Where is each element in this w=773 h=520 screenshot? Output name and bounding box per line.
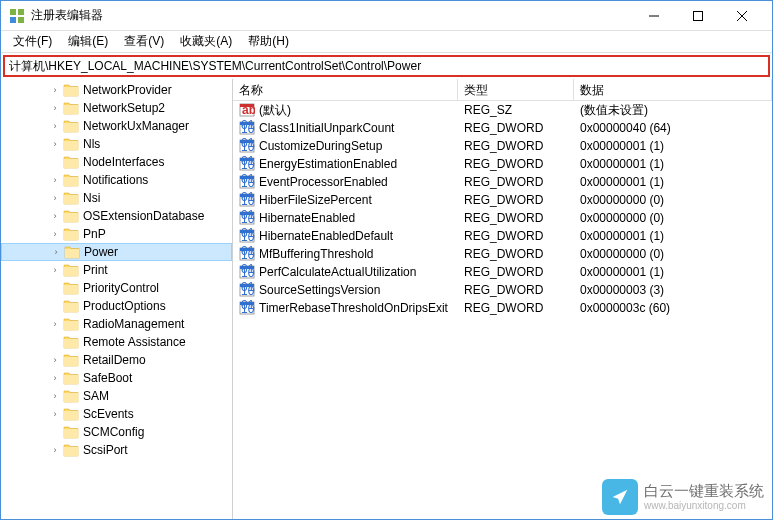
value-name: HibernateEnabled bbox=[259, 211, 355, 225]
tree-item-nsi[interactable]: ›Nsi bbox=[1, 189, 232, 207]
value-name: CustomizeDuringSetup bbox=[259, 139, 382, 153]
value-row[interactable]: HibernateEnabledREG_DWORD0x00000000 (0) bbox=[233, 209, 772, 227]
tree-item-sam[interactable]: ›SAM bbox=[1, 387, 232, 405]
value-name: HibernateEnabledDefault bbox=[259, 229, 393, 243]
folder-icon bbox=[63, 281, 79, 295]
column-name[interactable]: 名称 bbox=[233, 79, 458, 100]
tree-item-label: RetailDemo bbox=[83, 353, 146, 367]
menu-view[interactable]: 查看(V) bbox=[116, 31, 172, 52]
value-row[interactable]: TimerRebaseThresholdOnDripsExitREG_DWORD… bbox=[233, 299, 772, 317]
value-type: REG_DWORD bbox=[458, 229, 574, 243]
value-row[interactable]: EnergyEstimationEnabledREG_DWORD0x000000… bbox=[233, 155, 772, 173]
tree-item-label: Power bbox=[84, 245, 118, 259]
tree-item-pnp[interactable]: ›PnP bbox=[1, 225, 232, 243]
tree-item-label: PnP bbox=[83, 227, 106, 241]
maximize-button[interactable] bbox=[676, 2, 720, 30]
tree-item-prioritycontrol[interactable]: PriorityControl bbox=[1, 279, 232, 297]
menu-help[interactable]: 帮助(H) bbox=[240, 31, 297, 52]
expand-arrow-icon[interactable]: › bbox=[49, 175, 61, 185]
value-type: REG_DWORD bbox=[458, 139, 574, 153]
tree-item-osextensiondatabase[interactable]: ›OSExtensionDatabase bbox=[1, 207, 232, 225]
value-row[interactable]: MfBufferingThresholdREG_DWORD0x00000000 … bbox=[233, 245, 772, 263]
tree-item-label: OSExtensionDatabase bbox=[83, 209, 204, 223]
expand-arrow-icon[interactable]: › bbox=[49, 355, 61, 365]
value-row[interactable]: (默认)REG_SZ(数值未设置) bbox=[233, 101, 772, 119]
value-row[interactable]: HibernateEnabledDefaultREG_DWORD0x000000… bbox=[233, 227, 772, 245]
value-row[interactable]: HiberFileSizePercentREG_DWORD0x00000000 … bbox=[233, 191, 772, 209]
value-row[interactable]: PerfCalculateActualUtilizationREG_DWORD0… bbox=[233, 263, 772, 281]
tree-item-nls[interactable]: ›Nls bbox=[1, 135, 232, 153]
value-data: 0x00000003 (3) bbox=[574, 283, 772, 297]
tree-item-networksetup2[interactable]: ›NetworkSetup2 bbox=[1, 99, 232, 117]
expand-arrow-icon[interactable]: › bbox=[49, 265, 61, 275]
tree-item-scmconfig[interactable]: SCMConfig bbox=[1, 423, 232, 441]
column-type[interactable]: 类型 bbox=[458, 79, 574, 100]
tree-item-radiomanagement[interactable]: ›RadioManagement bbox=[1, 315, 232, 333]
tree-item-safeboot[interactable]: ›SafeBoot bbox=[1, 369, 232, 387]
tree-item-networkuxmanager[interactable]: ›NetworkUxManager bbox=[1, 117, 232, 135]
menu-favorites[interactable]: 收藏夹(A) bbox=[172, 31, 240, 52]
expand-arrow-icon[interactable]: › bbox=[49, 229, 61, 239]
tree-item-remote-assistance[interactable]: Remote Assistance bbox=[1, 333, 232, 351]
tree-item-nodeinterfaces[interactable]: NodeInterfaces bbox=[1, 153, 232, 171]
dword-value-icon bbox=[239, 156, 255, 172]
expand-arrow-icon[interactable]: › bbox=[49, 103, 61, 113]
value-row[interactable]: SourceSettingsVersionREG_DWORD0x00000003… bbox=[233, 281, 772, 299]
expand-arrow-icon[interactable]: › bbox=[49, 409, 61, 419]
expand-arrow-icon[interactable]: › bbox=[49, 319, 61, 329]
expand-arrow-icon[interactable]: › bbox=[49, 373, 61, 383]
tree-item-scevents[interactable]: ›ScEvents bbox=[1, 405, 232, 423]
expand-arrow-icon[interactable]: › bbox=[49, 391, 61, 401]
menu-file[interactable]: 文件(F) bbox=[5, 31, 60, 52]
folder-icon bbox=[63, 101, 79, 115]
value-data: 0x00000001 (1) bbox=[574, 157, 772, 171]
value-row[interactable]: Class1InitialUnparkCountREG_DWORD0x00000… bbox=[233, 119, 772, 137]
list-header: 名称 类型 数据 bbox=[233, 79, 772, 101]
value-type: REG_SZ bbox=[458, 103, 574, 117]
window-title: 注册表编辑器 bbox=[31, 7, 632, 24]
list-view[interactable]: 名称 类型 数据 (默认)REG_SZ(数值未设置)Class1InitialU… bbox=[233, 79, 772, 519]
expand-arrow-icon[interactable]: › bbox=[49, 139, 61, 149]
value-row[interactable]: EventProcessorEnabledREG_DWORD0x00000001… bbox=[233, 173, 772, 191]
expand-arrow-icon[interactable]: › bbox=[50, 247, 62, 257]
value-data: 0x00000000 (0) bbox=[574, 193, 772, 207]
dword-value-icon bbox=[239, 264, 255, 280]
tree-item-label: NetworkProvider bbox=[83, 83, 172, 97]
expand-arrow-icon[interactable]: › bbox=[49, 211, 61, 221]
tree-view[interactable]: ›NetworkProvider›NetworkSetup2›NetworkUx… bbox=[1, 79, 233, 519]
expand-arrow-icon[interactable]: › bbox=[49, 445, 61, 455]
value-row[interactable]: CustomizeDuringSetupREG_DWORD0x00000001 … bbox=[233, 137, 772, 155]
dword-value-icon bbox=[239, 138, 255, 154]
tree-item-print[interactable]: ›Print bbox=[1, 261, 232, 279]
close-button[interactable] bbox=[720, 2, 764, 30]
folder-icon bbox=[63, 353, 79, 367]
tree-item-label: NodeInterfaces bbox=[83, 155, 164, 169]
expand-arrow-icon[interactable]: › bbox=[49, 85, 61, 95]
expand-arrow-icon[interactable]: › bbox=[49, 193, 61, 203]
value-name: SourceSettingsVersion bbox=[259, 283, 380, 297]
tree-item-scsiport[interactable]: ›ScsiPort bbox=[1, 441, 232, 459]
column-data[interactable]: 数据 bbox=[574, 79, 772, 100]
watermark-title: 白云一键重装系统 bbox=[644, 482, 764, 500]
folder-icon bbox=[63, 191, 79, 205]
value-type: REG_DWORD bbox=[458, 211, 574, 225]
tree-item-label: PriorityControl bbox=[83, 281, 159, 295]
menu-edit[interactable]: 编辑(E) bbox=[60, 31, 116, 52]
minimize-button[interactable] bbox=[632, 2, 676, 30]
value-name: MfBufferingThreshold bbox=[259, 247, 374, 261]
value-name: TimerRebaseThresholdOnDripsExit bbox=[259, 301, 448, 315]
tree-item-power[interactable]: ›Power bbox=[1, 243, 232, 261]
address-bar[interactable]: 计算机\HKEY_LOCAL_MACHINE\SYSTEM\CurrentCon… bbox=[3, 55, 770, 77]
folder-icon bbox=[63, 317, 79, 331]
value-name: (默认) bbox=[259, 102, 291, 119]
tree-item-retaildemo[interactable]: ›RetailDemo bbox=[1, 351, 232, 369]
value-type: REG_DWORD bbox=[458, 301, 574, 315]
tree-item-label: ScsiPort bbox=[83, 443, 128, 457]
tree-item-notifications[interactable]: ›Notifications bbox=[1, 171, 232, 189]
value-data: 0x00000001 (1) bbox=[574, 175, 772, 189]
expand-arrow-icon[interactable]: › bbox=[49, 121, 61, 131]
folder-icon bbox=[63, 407, 79, 421]
minimize-icon bbox=[649, 11, 659, 21]
tree-item-networkprovider[interactable]: ›NetworkProvider bbox=[1, 81, 232, 99]
tree-item-productoptions[interactable]: ProductOptions bbox=[1, 297, 232, 315]
